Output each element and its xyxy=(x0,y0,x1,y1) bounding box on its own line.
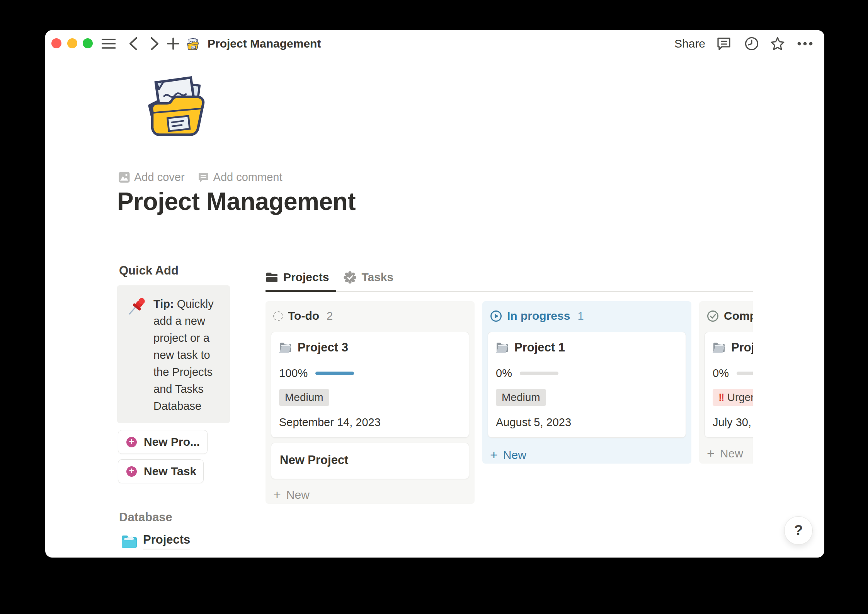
gray-folder-icon xyxy=(496,342,509,353)
close-window-button[interactable] xyxy=(51,38,61,48)
priority-tag: Medium xyxy=(279,389,329,406)
database-heading: Database xyxy=(119,510,172,524)
forward-button[interactable] xyxy=(150,30,160,57)
priority-tag-urgent: !!Urgen xyxy=(713,389,753,406)
more-options-icon[interactable] xyxy=(797,30,813,57)
priority-tag: Medium xyxy=(496,389,546,406)
due-date: August 5, 2023 xyxy=(496,416,678,429)
progress-bar xyxy=(737,372,753,375)
database-link-projects[interactable]: Projects xyxy=(121,533,190,549)
progress-bar xyxy=(315,372,354,375)
card-project-3[interactable]: Project 3 100% Medium September 14, 2023 xyxy=(271,332,469,438)
page-actions-row: Add cover Add comment xyxy=(119,171,283,184)
plus-icon: + xyxy=(707,447,715,460)
add-comment-button[interactable]: Add comment xyxy=(198,171,283,184)
cyan-folder-icon xyxy=(121,534,138,549)
page-icon-folder[interactable] xyxy=(136,69,212,142)
card-project-clipped[interactable]: Proje 0% !!Urgen July 30, 2 xyxy=(705,332,753,438)
new-tab-icon[interactable] xyxy=(167,30,180,57)
column-header-in-progress[interactable]: In progress 1 xyxy=(482,301,691,322)
tab-tasks[interactable]: Tasks xyxy=(344,271,393,284)
history-clock-icon[interactable] xyxy=(744,30,759,57)
gray-folder-icon xyxy=(713,342,725,353)
column-header-complete[interactable]: Compl xyxy=(699,301,753,322)
kanban-column-in-progress: In progress 1 Project 1 0% Medium xyxy=(482,301,691,464)
tip-text: Tip: Quickly add a new project or a new … xyxy=(153,295,228,414)
sidebar-menu-icon[interactable] xyxy=(102,30,116,57)
share-button[interactable]: Share xyxy=(674,30,705,57)
help-button[interactable]: ? xyxy=(784,516,813,545)
add-card-button-todo[interactable]: + New xyxy=(266,488,475,501)
comments-icon[interactable] xyxy=(717,30,731,57)
back-button[interactable] xyxy=(128,30,138,57)
titlebar: Project Management Share xyxy=(45,30,824,57)
plus-circle-icon: + xyxy=(126,437,137,447)
active-tab-underline xyxy=(266,290,336,292)
kanban-column-todo: To-do 2 Project 3 100% Medium Sept xyxy=(266,301,475,504)
progress-label: 100% xyxy=(279,367,308,380)
plus-circle-icon: + xyxy=(126,466,137,477)
progress-bar xyxy=(520,372,558,375)
seal-check-icon xyxy=(344,271,356,284)
page-title: Project Management xyxy=(117,187,356,216)
kanban-board: To-do 2 Project 3 100% Medium Sept xyxy=(266,301,753,508)
image-icon xyxy=(119,172,130,183)
add-card-button-complete[interactable]: + New xyxy=(699,447,753,460)
app-window: Project Management Share xyxy=(45,30,824,558)
add-card-button-in-progress[interactable]: + New xyxy=(482,449,691,462)
new-project-button[interactable]: + New Pro... xyxy=(118,430,208,454)
in-progress-status-icon xyxy=(490,310,502,322)
zoom-window-button[interactable] xyxy=(83,38,93,48)
pushpin-icon xyxy=(127,297,146,316)
complete-status-icon xyxy=(707,310,719,322)
plus-icon: + xyxy=(490,448,498,461)
gray-folder-icon xyxy=(279,342,292,353)
window-title: Project Management xyxy=(208,30,321,57)
double-exclamation-icon: !! xyxy=(718,391,723,403)
plus-icon: + xyxy=(273,488,281,501)
card-new-project[interactable]: New Project xyxy=(271,443,469,479)
tabs-divider xyxy=(266,291,753,292)
new-task-button[interactable]: + New Task xyxy=(118,459,204,483)
view-tabs: Projects Tasks xyxy=(266,268,393,286)
due-date: September 14, 2023 xyxy=(279,416,461,429)
column-header-todo[interactable]: To-do 2 xyxy=(266,301,475,322)
due-date: July 30, 2 xyxy=(713,416,753,429)
add-cover-button[interactable]: Add cover xyxy=(119,171,185,184)
progress-label: 0% xyxy=(713,367,729,380)
todo-status-icon xyxy=(273,311,283,321)
card-project-1[interactable]: Project 1 0% Medium August 5, 2023 xyxy=(488,332,686,438)
tip-callout: Tip: Quickly add a new project or a new … xyxy=(117,285,230,423)
folder-icon xyxy=(266,272,278,283)
favorite-star-icon[interactable] xyxy=(770,30,785,57)
tab-projects[interactable]: Projects xyxy=(266,271,329,284)
comment-icon xyxy=(198,172,209,183)
page-folder-icon-small xyxy=(185,30,200,57)
kanban-column-complete: Compl Proje 0% !!Urgen xyxy=(699,301,753,464)
minimize-window-button[interactable] xyxy=(67,38,77,48)
quick-add-heading: Quick Add xyxy=(119,264,179,278)
progress-label: 0% xyxy=(496,367,512,380)
